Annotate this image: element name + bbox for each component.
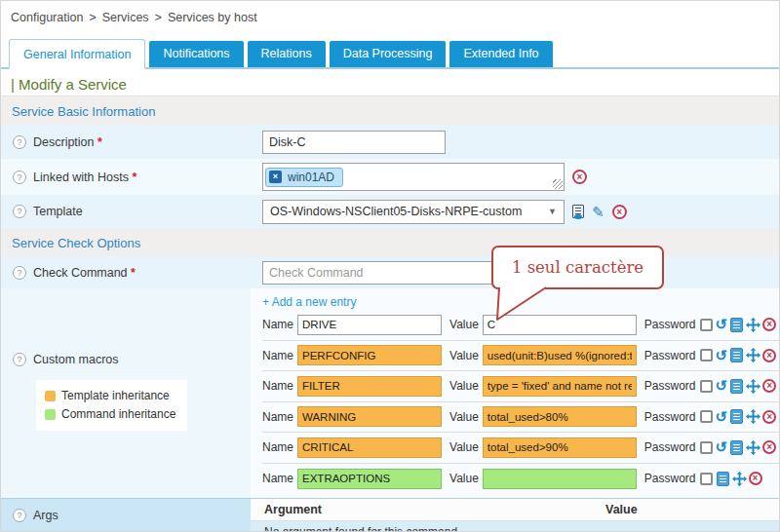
- password-checkbox[interactable]: [700, 380, 713, 393]
- breadcrumb-item[interactable]: Services by host: [168, 11, 257, 24]
- help-icon[interactable]: ?: [13, 135, 26, 149]
- help-icon[interactable]: ?: [13, 509, 26, 522]
- move-icon[interactable]: [746, 318, 760, 332]
- host-tag: ×win01AD: [265, 168, 343, 187]
- legend-swatch: [45, 409, 56, 420]
- tab-relations[interactable]: Relations: [248, 41, 326, 67]
- breadcrumb-item[interactable]: Configuration: [11, 11, 83, 24]
- delete-macro-icon[interactable]: ×: [762, 349, 776, 362]
- tab-extended-info[interactable]: Extended Info: [449, 41, 552, 67]
- macro-name-input[interactable]: [297, 437, 442, 458]
- macro-row: Name Value Password ↺ ×: [262, 464, 780, 495]
- password-checkbox[interactable]: [700, 441, 713, 454]
- description-label: ? Description: [1, 135, 251, 149]
- custom-macros-label: ? Custom macros Template inheritance Com…: [1, 288, 251, 498]
- check-command-label: ? Check Command: [1, 266, 251, 280]
- macro-row: Name Value Password ↺ ×: [262, 341, 780, 372]
- breadcrumb-separator: >: [89, 11, 96, 24]
- legend-swatch: [45, 391, 56, 401]
- macro-name-input[interactable]: [297, 469, 442, 489]
- args-label: ? Args: [1, 499, 251, 532]
- macro-row: Name Value Password ↺ ×: [262, 402, 780, 434]
- help-icon[interactable]: ?: [13, 171, 26, 184]
- template-select[interactable]: OS-Windows-NSClient05-Disks-NRPE-custom …: [262, 200, 565, 224]
- macro-name-input[interactable]: [297, 315, 442, 335]
- macro-list-icon[interactable]: [730, 440, 743, 455]
- form-row-custom-macros: ? Custom macros Template inheritance Com…: [1, 288, 779, 498]
- linked-hosts-input[interactable]: ×win01AD: [262, 163, 565, 191]
- password-checkbox[interactable]: [700, 319, 713, 331]
- remove-tag-icon[interactable]: ×: [269, 171, 282, 183]
- delete-macro-icon[interactable]: ×: [749, 472, 762, 485]
- macro-value-input[interactable]: [483, 345, 637, 365]
- move-icon[interactable]: [746, 409, 760, 424]
- move-icon[interactable]: [746, 379, 760, 394]
- tab-notifications[interactable]: Notifications: [149, 41, 243, 67]
- chevron-down-icon: ▼: [548, 207, 557, 216]
- undo-icon[interactable]: ↺: [716, 410, 728, 424]
- macro-list-icon[interactable]: [730, 318, 743, 332]
- macro-name-input[interactable]: [297, 406, 442, 427]
- inheritance-legend: Template inheritance Command inheritance: [36, 380, 187, 431]
- macro-name-input[interactable]: [297, 345, 442, 365]
- password-checkbox[interactable]: [700, 349, 713, 361]
- args-header-value: Value: [605, 503, 638, 516]
- linked-hosts-label: ? Linked with Hosts: [1, 171, 251, 184]
- delete-macro-icon[interactable]: ×: [762, 318, 776, 331]
- delete-macro-icon[interactable]: ×: [762, 440, 776, 454]
- macro-value-input[interactable]: [483, 376, 637, 397]
- help-icon[interactable]: ?: [13, 205, 26, 218]
- delete-macro-icon[interactable]: ×: [762, 410, 776, 424]
- macro-value-input[interactable]: [483, 437, 637, 458]
- macro-row: Name Value Password ↺ ×: [262, 433, 780, 464]
- form-row-template: ? Template OS-Windows-NSClient05-Disks-N…: [1, 195, 779, 228]
- macro-list-icon[interactable]: [730, 379, 743, 394]
- delete-macro-icon[interactable]: ×: [762, 379, 776, 393]
- annotation-callout: 1 seul caractère: [491, 246, 664, 289]
- macro-row: Name Value Password ↺ ×: [262, 371, 780, 402]
- legend-item-template: Template inheritance: [45, 387, 176, 405]
- undo-icon[interactable]: ↺: [716, 440, 728, 454]
- args-header-argument: Argument: [264, 503, 605, 516]
- macro-name-input[interactable]: [297, 376, 442, 397]
- clear-template-icon[interactable]: ×: [612, 205, 627, 219]
- edit-template-icon[interactable]: ✎: [592, 205, 604, 219]
- template-label: ? Template: [1, 205, 251, 218]
- tab-data-processing[interactable]: Data Processing: [330, 41, 447, 67]
- undo-icon[interactable]: ↺: [716, 349, 728, 362]
- macro-list-icon[interactable]: [730, 409, 743, 424]
- password-checkbox[interactable]: [700, 473, 713, 485]
- section-header-basic: Service Basic Information: [1, 96, 779, 125]
- legend-item-command: Command inheritance: [45, 405, 176, 424]
- move-icon[interactable]: [746, 440, 760, 455]
- clear-hosts-icon[interactable]: ×: [572, 170, 587, 184]
- args-table-header: Argument Value: [251, 499, 779, 521]
- help-icon[interactable]: ?: [13, 353, 26, 366]
- breadcrumb: Configuration>Services>Services by host: [1, 1, 779, 26]
- breadcrumb-item[interactable]: Services: [102, 11, 149, 24]
- tab-general-information[interactable]: General Information: [9, 39, 145, 69]
- help-icon[interactable]: ?: [13, 266, 26, 280]
- tab-bar: General Information Notifications Relati…: [1, 39, 779, 69]
- macro-value-input[interactable]: [483, 469, 637, 489]
- add-new-entry-link[interactable]: + Add a new entry: [262, 295, 356, 309]
- page-title: Modify a Service: [1, 69, 779, 96]
- macro-list-icon[interactable]: [717, 472, 729, 486]
- breadcrumb-separator: >: [155, 11, 162, 24]
- annotation-callout-tail: [493, 287, 562, 326]
- form-row-linked-hosts: ? Linked with Hosts ×win01AD ×: [1, 159, 779, 195]
- args-table: Argument Value No argument found for thi…: [251, 499, 779, 532]
- form-row-args: ? Args Argument Value No argument found …: [1, 498, 779, 532]
- undo-icon[interactable]: ↺: [716, 318, 728, 331]
- args-empty-message: No argument found for this command: [251, 521, 779, 532]
- macro-value-input[interactable]: [483, 406, 637, 427]
- move-icon[interactable]: [732, 472, 747, 486]
- move-icon[interactable]: [746, 348, 760, 362]
- undo-icon[interactable]: ↺: [716, 379, 728, 393]
- view-template-icon[interactable]: [572, 205, 584, 218]
- description-input[interactable]: [262, 131, 446, 154]
- resize-handle[interactable]: [553, 179, 563, 189]
- form-row-description: ? Description: [1, 125, 779, 159]
- macro-list-icon[interactable]: [730, 348, 743, 362]
- password-checkbox[interactable]: [700, 410, 713, 423]
